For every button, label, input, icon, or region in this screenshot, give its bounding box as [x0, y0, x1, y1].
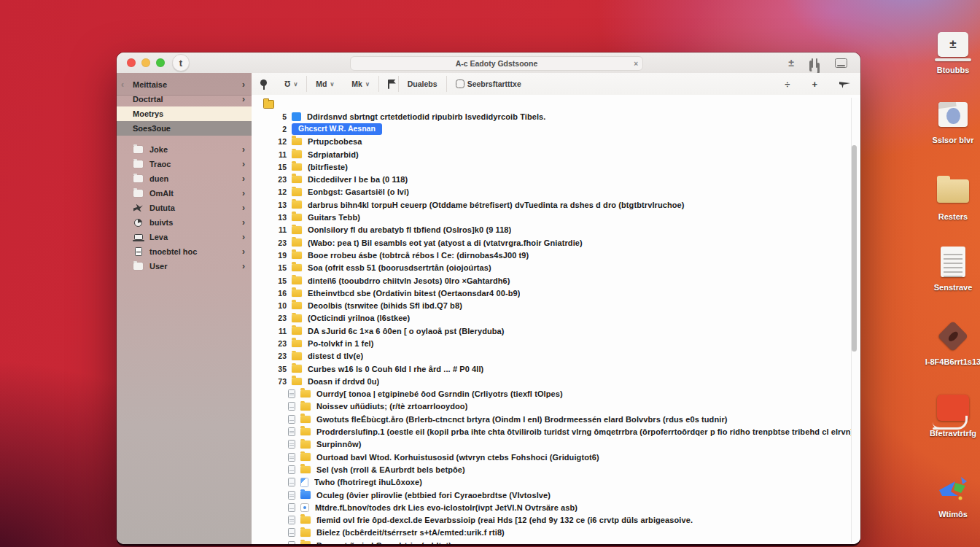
list-row[interactable]: 11Sdrpiatarbid): [252, 148, 860, 160]
list-row[interactable]: Oculeg (ôvier plirovlie (ebtbied fori Cy…: [252, 489, 860, 501]
list-row[interactable]: Mtdre.fLbnov/todes drk Lies evo-iclostol…: [252, 501, 860, 513]
plane-icon[interactable]: [839, 79, 850, 88]
chevron-down-icon: ∨: [330, 81, 334, 88]
document-icon: [288, 453, 295, 462]
list-row[interactable]: Doursct ñmivd Corevlrtriw (o ldtvt): [252, 539, 860, 544]
list-row[interactable]: Noissev uñüdiuts; (r/tè zrtoarrlooydoo): [252, 400, 860, 413]
folder-icon: [292, 352, 302, 360]
desktop-icon-bfetravtrtrfg[interactable]: Bfetravtrtrfg: [921, 389, 980, 438]
close-button[interactable]: [127, 58, 136, 67]
sidebar-item-user[interactable]: User›: [117, 259, 252, 274]
sidebar-item-label: duen: [149, 174, 168, 183]
scrollbar-track[interactable]: [851, 98, 859, 543]
dualebs-button[interactable]: Dualebs: [399, 73, 446, 95]
list-row[interactable]: 10Deoolbis (tsrwitee (bihids Sfl ibd.Q7 …: [252, 299, 860, 311]
row-label: Doasn if drdvd 0u): [308, 377, 379, 386]
mk-menu[interactable]: Mk∨: [343, 73, 378, 95]
list-row[interactable]: 11Oonlsilory fl du arebatyb fl tbfiend (…: [252, 224, 860, 236]
desktop-icon-wtim-s[interactable]: Wtimôs: [921, 470, 980, 519]
zoom-button[interactable]: [156, 58, 165, 67]
document-icon: [288, 491, 295, 500]
list-row[interactable]: 12Eonbgst: Gasartsiël (o lvi): [252, 186, 860, 198]
minimize-button[interactable]: [141, 58, 150, 67]
sliders-icon[interactable]: [810, 58, 819, 68]
add-line-icon[interactable]: ±: [788, 58, 794, 68]
sidebar-item-leva[interactable]: Leva›: [117, 230, 252, 244]
list-row[interactable]: 11DA sJurid 6c 1×a 6 ô0en [ o oylaoå pst…: [252, 325, 860, 337]
list-row[interactable]: 19Booe rrobeu ásbe (tobtrcå rébos l Ce: …: [252, 249, 860, 261]
row-number: 23: [266, 238, 287, 247]
selected-row-label[interactable]: Ghcscrt W.R. Aesnan: [292, 123, 382, 135]
document-icon: [288, 427, 295, 436]
scrollbar-thumb[interactable]: [852, 145, 857, 352]
list-row[interactable]: 15dintei\6 (tooubdrro chiitvln Jesots) 0…: [252, 274, 860, 287]
desktop-icon-btoubbs[interactable]: ±Btoubbs: [921, 26, 980, 74]
list-row[interactable]: 12Prtupcbobesa: [252, 136, 860, 148]
folder-icon: [292, 214, 302, 222]
list-row[interactable]: 15Soa (ofrit essb 51 (boorusdsertrtån (o…: [252, 262, 860, 274]
folder-icon: [292, 378, 302, 386]
sidebar-item-buivts[interactable]: buivts›: [117, 215, 252, 230]
list-row[interactable]: Ourrdy[ tonoa | etgipinebé ôod Gsrndin (…: [252, 388, 860, 400]
list-row[interactable]: 23Po-tolvkf in 1 fel): [252, 337, 860, 349]
sidebar-item-meittaise[interactable]: ‹Meittaise›: [117, 77, 252, 92]
list-row[interactable]: 2Ghcscrt W.R. Aesnan: [252, 123, 860, 135]
list-row[interactable]: 16Etheinvtbcd sbe (Ordativin bitest (Oer…: [252, 287, 860, 299]
sidebar-toggle-button[interactable]: t: [172, 54, 190, 71]
desktop-icon-resters[interactable]: Resters: [921, 173, 980, 221]
desktop-icon-i-8f4b6rrt1s13[interactable]: I-8F4B6rrt1s13: [921, 318, 980, 366]
sidebar-item-traoc[interactable]: Traoc›: [117, 157, 252, 171]
list-row[interactable]: fiemid ovl frie ôpd-dexcl.de Eevarbssioi…: [252, 514, 860, 527]
window-icon[interactable]: [835, 58, 847, 68]
list-row[interactable]: 15(bitrfieste): [252, 160, 860, 173]
desktop-icon-senstrave[interactable]: Senstrave: [921, 244, 980, 292]
back-chevron-icon[interactable]: ‹: [121, 79, 124, 90]
list-row[interactable]: 35Curbes w16 ls 0 Couh 6ld l rhe ård ...…: [252, 362, 860, 375]
folder-icon: [300, 453, 311, 461]
chevron-right-icon: ›: [242, 203, 245, 213]
md-menu[interactable]: Md∨: [307, 73, 343, 95]
desktop-icon-label: I-8F4B6rrt1s13: [925, 357, 980, 366]
list-row[interactable]: Twho (fhotriregt ihuLôxoxe): [252, 476, 860, 489]
sidebar-item-moetrys[interactable]: Moetrys: [117, 106, 252, 121]
folder-root-icon[interactable]: [263, 100, 274, 109]
sidebar-item-joke[interactable]: Joke›: [117, 142, 252, 157]
sidebar-item-soes3oue[interactable]: Soes3oue: [117, 121, 252, 136]
list-row[interactable]: 23(Octicindi yrilnoa (l6stkee): [252, 312, 860, 325]
style-menu[interactable]: Ʊ∨: [276, 73, 306, 95]
sidebar-item-doctrtal[interactable]: Doctrtal›: [117, 92, 252, 106]
sidebar-item-tnoebtel-hoc[interactable]: tnoebtel hoc›: [117, 244, 252, 259]
row-label: Gwotuts fleÉbùcgt.åro (Brlerb-ctncnct br…: [316, 415, 728, 424]
list-row[interactable]: Gwotuts fleÉbùcgt.åro (Brlerb-ctncnct br…: [252, 413, 860, 425]
list-row[interactable]: Sel (vsh (rroll & EAurbrdt bels betpôe): [252, 463, 860, 476]
row-label: DA sJurid 6c 1×a 6 ô0en [ o oylaoå pst (…: [308, 327, 505, 335]
add-icon[interactable]: +: [812, 79, 817, 90]
list-row[interactable]: Prodrderslufinp.1 (oestle eil (kopil prb…: [252, 425, 860, 438]
pin-icon[interactable]: [252, 73, 276, 95]
list-row[interactable]: Bielez (bcbêrdeit/tsérrsetr s+tA/emted:u…: [252, 527, 860, 539]
list-row[interactable]: Surpinnôw): [252, 438, 860, 451]
sidebar-item-duen[interactable]: duen›: [117, 171, 252, 186]
sidebar-item-dututa[interactable]: Dututa›: [117, 201, 252, 215]
list-row[interactable]: 13Guitars Tebb): [252, 211, 860, 223]
desktop-wallpaper: Idrsttaeiuhd±BtoubbsSslsor blvrRestersSe…: [0, 0, 980, 547]
list-row[interactable]: 23(Wabo: pea t) Bil esambls eot yat (aty…: [252, 236, 860, 249]
row-number: 5: [266, 112, 287, 121]
flag-icon[interactable]: [379, 73, 398, 95]
list-row[interactable]: 23distest d tlv(e): [252, 350, 860, 362]
divide-icon[interactable]: ÷: [785, 79, 790, 90]
list-row[interactable]: Ourtoad bavl Wtod. Korhuistusosid (wtvry…: [252, 451, 860, 463]
row-label: Po-tolvkf in 1 fel): [308, 339, 374, 348]
list-row[interactable]: 73Doasn if drdvd 0u): [252, 375, 860, 387]
rounded-square-icon: [456, 79, 464, 88]
list-row[interactable]: 23Dicdedilver l be ba (0 118): [252, 173, 860, 185]
search-side-icon[interactable]: ×: [634, 60, 638, 68]
sections-button[interactable]: Seebrsftartttxe: [447, 73, 530, 95]
desktop-icon-sslsor-blvr[interactable]: Sslsor blvr: [921, 96, 980, 144]
list-row[interactable]: 13darbrus bihn4kl torpuH ceuerp (Otddame…: [252, 198, 860, 211]
sidebar-item-omalt[interactable]: OmAlt›: [117, 186, 252, 201]
folder-blue-icon: [300, 491, 311, 499]
doc-blue-icon: [300, 478, 308, 487]
list-row[interactable]: 5Ddirdsnvd sbrtngt crtetdetiodid ripubir…: [252, 110, 860, 123]
search-input[interactable]: A-c Eadoty Gdstsoone ×: [350, 56, 643, 71]
